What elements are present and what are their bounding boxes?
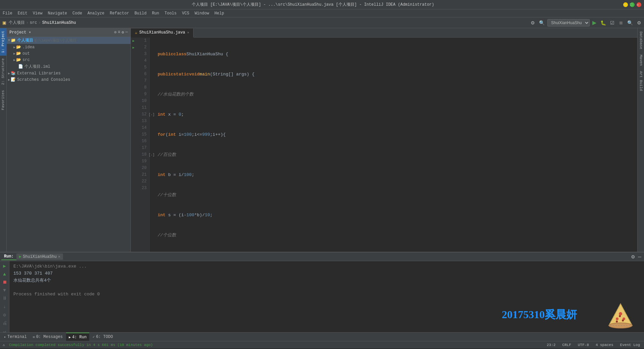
run-button[interactable]: ▶ bbox=[591, 19, 598, 26]
run-config-dropdown[interactable]: ShuiXianHuaShu bbox=[547, 19, 590, 26]
menu-navigate[interactable]: Navigate bbox=[45, 9, 70, 17]
run-arrow-1[interactable]: ▶ bbox=[132, 39, 135, 43]
editor-tab-shuixianhuashu[interactable]: ☕ ShuiXianHuaShu.java ✕ bbox=[131, 28, 194, 38]
tree-item-external-libs[interactable]: ▶ 📚 External Libraries bbox=[7, 70, 130, 76]
run-coverage-button[interactable]: ☑ bbox=[609, 19, 616, 26]
sidebar-project-label[interactable]: 1: Project bbox=[0, 28, 6, 56]
output-line-5: Process finished with exit code 0 bbox=[13, 291, 640, 298]
status-indent[interactable]: 4 spaces bbox=[594, 343, 615, 347]
menu-window[interactable]: Window bbox=[192, 9, 212, 17]
event-log-label[interactable]: Event Log bbox=[619, 343, 641, 347]
pause-button[interactable]: ⏸ bbox=[2, 295, 8, 302]
stop-button[interactable]: ⏹ bbox=[2, 279, 8, 286]
bottom-tab-terminal[interactable]: ▸ Terminal bbox=[1, 333, 30, 341]
menu-build[interactable]: Build bbox=[132, 9, 149, 17]
breadcrumb-file[interactable]: ShuiXianHuaShu bbox=[42, 20, 76, 25]
menu-analyze[interactable]: Analyze bbox=[85, 9, 107, 17]
scroll-up-button[interactable]: ▲ bbox=[2, 271, 6, 278]
debug-button[interactable]: 🐛 bbox=[599, 19, 607, 26]
code-line-9[interactable]: int s = (i-100*b)/10; bbox=[156, 212, 637, 219]
todo-icon: ✓ bbox=[93, 335, 95, 339]
code-line-4[interactable]: int x = 0; bbox=[156, 111, 637, 118]
code-editor[interactable]: ▶ ▶ bbox=[131, 38, 637, 252]
tab-close-button[interactable]: ✕ bbox=[187, 31, 189, 35]
sidebar-favorites-label[interactable]: Favorites bbox=[0, 88, 6, 113]
tree-item-iml[interactable]: 📄 个人项目.iml bbox=[7, 63, 130, 70]
tree-item-out[interactable]: ▶ 📂 out bbox=[7, 50, 130, 57]
code-line-8[interactable]: //十位数 bbox=[156, 192, 637, 198]
tree-item-src[interactable]: ▶ 📂 src bbox=[7, 57, 130, 63]
menu-view[interactable]: View bbox=[30, 9, 45, 17]
output-line-1: E:\JAVA\jdk\bin\java.exe ... bbox=[13, 263, 640, 270]
close-button[interactable]: ✕ bbox=[637, 2, 641, 7]
panel-minimize-icon[interactable]: ─ bbox=[125, 30, 128, 35]
run-content: ▶ ▲ ⏹ ▼ ⏸ ⇣ ⚙ 🖨 ↵ 🗑 E:\JAVA\jdk\bin\java… bbox=[0, 261, 644, 332]
sidebar-structure-label[interactable]: 2: Structure bbox=[0, 56, 6, 88]
bottom-tab-run[interactable]: ▶ 4: Run bbox=[66, 333, 89, 341]
right-sidebar-maven[interactable]: Maven bbox=[638, 53, 644, 68]
menu-edit[interactable]: Edit bbox=[15, 9, 30, 17]
run-minimize-button[interactable]: ─ bbox=[637, 253, 643, 260]
menu-refactor[interactable]: Refactor bbox=[107, 9, 132, 17]
panel-settings-icon[interactable]: ⚙ bbox=[122, 30, 124, 35]
step-button[interactable]: ⇣ bbox=[2, 303, 6, 310]
tab-file-icon: ☕ bbox=[135, 30, 137, 35]
settings-button-2[interactable]: ⚙ bbox=[636, 19, 643, 26]
code-line-7[interactable]: int b = i/100; bbox=[156, 172, 637, 178]
code-line-6[interactable]: //百位数 bbox=[156, 152, 637, 158]
run-settings-button[interactable]: ⚙ bbox=[630, 253, 637, 260]
code-line-10[interactable]: //个位数 bbox=[156, 232, 637, 239]
bottom-tabs: ▸ Terminal ✉ 0: Messages ▶ 4: Run ✓ 6: T… bbox=[0, 332, 644, 341]
rerun-button[interactable]: ▶ bbox=[2, 263, 6, 270]
bottom-tab-messages[interactable]: ✉ 0: Messages bbox=[30, 333, 65, 341]
right-sidebar-artbuild[interactable]: Art Build bbox=[638, 69, 644, 93]
code-line-3[interactable]: //水仙花数的个数 bbox=[156, 91, 637, 98]
tree-item-project[interactable]: ▼ 📁 个人项目 E:\JAVA\项目\个人项目 bbox=[7, 37, 130, 44]
code-line-1[interactable]: public class ShuiXianHuaShu { bbox=[156, 51, 637, 58]
toolbar-project-icon: ▣ bbox=[1, 19, 7, 27]
breadcrumb-project[interactable]: 个人项目 bbox=[9, 20, 25, 25]
menu-code[interactable]: Code bbox=[70, 9, 85, 17]
run-tab-close[interactable]: ✕ bbox=[58, 254, 60, 259]
statusbar-right: 23:2 CRLF UTF-8 4 spaces Event Log bbox=[545, 343, 641, 347]
run-arrow-2[interactable]: ▶ bbox=[132, 46, 135, 50]
minimize-button[interactable]: ─ bbox=[623, 2, 628, 7]
tree-item-scratches[interactable]: ▶ 📝 Scratches and Consoles bbox=[7, 76, 130, 83]
soft-wrap-button[interactable]: ↵ bbox=[2, 328, 6, 332]
code-line-5[interactable]: for(int i=100;i<=999;i++){ bbox=[156, 131, 637, 138]
output-line-3: 水仙花数总共有4个 bbox=[13, 277, 640, 284]
code-line-2[interactable]: public static void main(String[] args) { bbox=[156, 71, 637, 78]
titlebar: 个人项目 [E:\JAVA\项目\个人项目] - ...\src\ShuiXia… bbox=[0, 0, 644, 9]
tree-item-idea[interactable]: ▶ 📂 .idea bbox=[7, 44, 130, 50]
menu-file[interactable]: File bbox=[0, 9, 15, 17]
settings-run-button[interactable]: ⚙ bbox=[2, 311, 6, 318]
maximize-button[interactable]: □ bbox=[630, 2, 635, 7]
print-button[interactable]: 🖨 bbox=[2, 320, 8, 327]
menu-vcs[interactable]: VCS bbox=[179, 9, 192, 17]
menu-tools[interactable]: Tools bbox=[162, 9, 179, 17]
status-line-sep[interactable]: CRLF bbox=[561, 343, 572, 347]
code-content[interactable]: public class ShuiXianHuaShu { public sta… bbox=[154, 38, 637, 252]
menu-run[interactable]: Run bbox=[149, 9, 162, 17]
stop-button[interactable]: ⏹ bbox=[617, 19, 625, 26]
run-tab-name[interactable]: ▶ ShuiXianHuaShu ✕ bbox=[16, 253, 63, 260]
search-everywhere-button[interactable]: 🔍 bbox=[626, 19, 634, 26]
scroll-down-button[interactable]: ▼ bbox=[2, 287, 6, 294]
status-position[interactable]: 23:2 bbox=[545, 343, 557, 347]
output-line-4 bbox=[13, 284, 640, 291]
toolbar-search-button[interactable]: 🔍 bbox=[538, 19, 546, 26]
panel-header-icons: ⊙ ≡ ⚙ ─ bbox=[114, 30, 128, 35]
line-numbers: 1 2 3 4 5 6 7 8 9 10 11 12 13 14 15 16 1… bbox=[136, 38, 150, 252]
toolbar-settings-button[interactable]: ⚙ bbox=[529, 19, 536, 26]
menu-help[interactable]: Help bbox=[212, 9, 227, 17]
panel-collapse-icon[interactable]: ≡ bbox=[118, 30, 120, 35]
panel-locate-icon[interactable]: ⊙ bbox=[114, 30, 116, 35]
output-line-2: 153 370 371 407 bbox=[13, 270, 640, 277]
status-encoding[interactable]: UTF-8 bbox=[577, 343, 590, 347]
breadcrumb-src[interactable]: src bbox=[30, 20, 37, 25]
run-control-icons: ▶ ▲ ⏹ ▼ ⏸ ⇣ ⚙ 🖨 ↵ 🗑 bbox=[0, 261, 9, 332]
scratches-icon: 📝 bbox=[11, 77, 16, 82]
right-sidebar: Database Maven Art Build bbox=[637, 28, 644, 252]
bottom-tab-todo[interactable]: ✓ 6: TODO bbox=[90, 333, 115, 341]
right-sidebar-database[interactable]: Database bbox=[638, 30, 644, 51]
